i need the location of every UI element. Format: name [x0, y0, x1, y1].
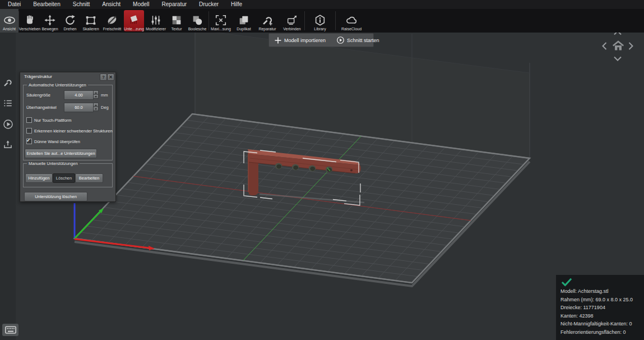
- clear-supports-button[interactable]: Unterstützung löschen: [24, 192, 87, 201]
- stepper-up-icon[interactable]: [93, 90, 99, 95]
- virtual-keyboard-button[interactable]: [2, 324, 18, 336]
- nav-right-chevron[interactable]: [628, 42, 633, 50]
- overhang-angle-stepper[interactable]: [93, 103, 99, 111]
- view-nav-cluster: [601, 30, 636, 63]
- eye-icon: [3, 14, 16, 26]
- sidebar-export-button[interactable]: [2, 139, 14, 151]
- menu-modell[interactable]: Modell: [127, 0, 155, 9]
- upload-icon: [3, 140, 13, 150]
- checkbox-box[interactable]: [26, 128, 32, 134]
- tool-modifizierer[interactable]: Modifizierer: [145, 9, 167, 33]
- overhang-angle-unit: Deg: [101, 105, 109, 110]
- play-icon: [337, 36, 344, 44]
- edit-support-button[interactable]: Bearbeiten: [75, 173, 103, 183]
- menu-reparatur[interactable]: Reparatur: [156, 0, 193, 9]
- home-icon: [611, 39, 626, 53]
- tool-freischnitt[interactable]: Freischnitt: [101, 9, 123, 33]
- checkbox-touch-platform[interactable]: Nur Touch-Plattform: [26, 117, 72, 123]
- menu-ansicht[interactable]: Ansicht: [96, 0, 127, 9]
- texture-checker-icon: [170, 14, 183, 26]
- menu-drucker[interactable]: Drucker: [193, 0, 225, 9]
- tool-unterstuetzung[interactable]: Unte...zung: [124, 10, 144, 31]
- hand-icon: [24, 14, 36, 26]
- list-icon: [3, 98, 13, 108]
- move-arrows-icon: [44, 14, 56, 26]
- boolean-shapes-icon: [191, 14, 203, 26]
- menu-datei[interactable]: Datei: [2, 0, 27, 9]
- tool-max-anpassung[interactable]: Maxi...sung: [209, 9, 233, 33]
- max-fit-icon: [215, 14, 227, 26]
- checkbox-box[interactable]: [26, 139, 32, 144]
- start-slice-button[interactable]: Schnitt starten: [331, 34, 385, 47]
- create-auto-supports-button[interactable]: Erstellen Sie aut...e Unterstützungen: [25, 149, 97, 158]
- model-nonmanifold-edges: Nicht-Mannigfaltigkeit-Kanten: 0: [560, 320, 644, 328]
- model-triangles: Dreiecke: 11771904: [560, 304, 644, 312]
- support-structure-panel: Trägerstruktur ? ✕ Automatische Unterstü…: [20, 72, 116, 202]
- group-title: Automatische Unterstützungen: [27, 82, 88, 88]
- scale-icon: [85, 14, 97, 26]
- action-bar: Modell importieren Schnitt starten: [268, 33, 374, 47]
- home-view-button[interactable]: [611, 39, 626, 53]
- checkbox-box[interactable]: [26, 117, 32, 123]
- repair-wrench-icon: [261, 14, 274, 26]
- panel-title: Trägerstruktur: [24, 74, 52, 79]
- freecut-icon: [106, 14, 118, 26]
- modifier-sliders-icon: [150, 14, 162, 26]
- checkbox-detect-floating[interactable]: Erkennen kleiner schwebender Strukturen: [26, 128, 113, 134]
- nav-down-chevron[interactable]: [613, 56, 622, 61]
- menu-bearbeiten[interactable]: Bearbeiten: [27, 0, 66, 9]
- tool-duplikat[interactable]: Duplikat: [233, 9, 255, 33]
- panel-close-button[interactable]: ✕: [107, 73, 114, 81]
- overhang-angle-input[interactable]: 60.0: [64, 103, 94, 112]
- menu-schnitt[interactable]: Schnitt: [67, 0, 96, 9]
- duplicate-icon: [238, 14, 250, 26]
- left-sidebar: [0, 33, 16, 340]
- play-circle-icon: [3, 119, 13, 130]
- tool-verschieben[interactable]: Verschieben: [19, 9, 40, 33]
- import-model-button[interactable]: Modell importieren: [269, 34, 331, 47]
- keyboard-icon: [5, 326, 16, 334]
- pillar-size-label: Säulengröße: [26, 93, 50, 98]
- tool-reparatur[interactable]: Reparatur: [255, 9, 280, 33]
- tool-skalieren[interactable]: Skalieren: [81, 9, 101, 33]
- tool-bewegen[interactable]: Bewegen: [40, 9, 59, 33]
- model-bounds: Rahmen (mm): 69.0 x 8.0 x 25.0: [560, 296, 644, 304]
- menu-bar: Datei Bearbeiten Schnitt Ansicht Modell …: [0, 0, 644, 9]
- sidebar-model-list-button[interactable]: [2, 97, 14, 109]
- checkbox-thin-wall[interactable]: Dünne Wand überprüfen: [26, 139, 80, 144]
- tool-drehen[interactable]: Drehen: [59, 9, 81, 33]
- nav-left-chevron[interactable]: [602, 42, 607, 50]
- pillar-size-input[interactable]: 4.00: [64, 90, 94, 100]
- tool-textur[interactable]: Textur: [167, 9, 186, 33]
- application-window: Datei Bearbeiten Schnitt Ansicht Modell …: [0, 0, 644, 340]
- delete-support-button[interactable]: Löschen: [53, 173, 75, 183]
- pillar-size-stepper[interactable]: [93, 90, 99, 99]
- toolbar: Ansicht Verschieben Bewegen: [0, 9, 644, 33]
- overhang-angle-label: Überhangwinkel: [26, 105, 57, 110]
- green-checkmark-icon: [560, 277, 573, 287]
- tool-library[interactable]: Library: [305, 9, 335, 33]
- group-title: Manuelle Unterstützungen: [27, 161, 80, 166]
- support-icon: [128, 14, 140, 26]
- wrench-icon: [3, 77, 13, 88]
- sidebar-settings-button[interactable]: [2, 76, 14, 89]
- tool-verbinden[interactable]: Verbinden: [280, 9, 304, 33]
- stepper-down-icon[interactable]: [93, 107, 99, 111]
- rotate-icon: [64, 14, 76, 26]
- model-edges: Kanten: 42398: [560, 312, 644, 320]
- plus-icon: [275, 37, 281, 44]
- panel-help-button[interactable]: ?: [100, 73, 107, 81]
- model-info-panel: Modell: Achterstag.stl Rahmen (mm): 69.0…: [556, 275, 644, 340]
- tool-ansicht[interactable]: Ansicht: [0, 9, 18, 33]
- pillar-size-unit: mm: [101, 93, 108, 98]
- tool-raisecloud[interactable]: RaiseCloud: [336, 9, 367, 33]
- library-hexagon-icon: [314, 14, 326, 26]
- stepper-down-icon[interactable]: [93, 95, 99, 99]
- add-support-button[interactable]: Hinzufügen: [25, 173, 53, 183]
- stepper-up-icon[interactable]: [93, 103, 99, 107]
- model-misoriented-faces: Fehlerorientierungsflächen: 0: [560, 328, 644, 337]
- sidebar-preview-button[interactable]: [2, 118, 14, 130]
- cloud-icon: [345, 14, 358, 26]
- tool-boolesche[interactable]: Boolesche: [186, 9, 209, 33]
- menu-hilfe[interactable]: Hilfe: [225, 0, 248, 9]
